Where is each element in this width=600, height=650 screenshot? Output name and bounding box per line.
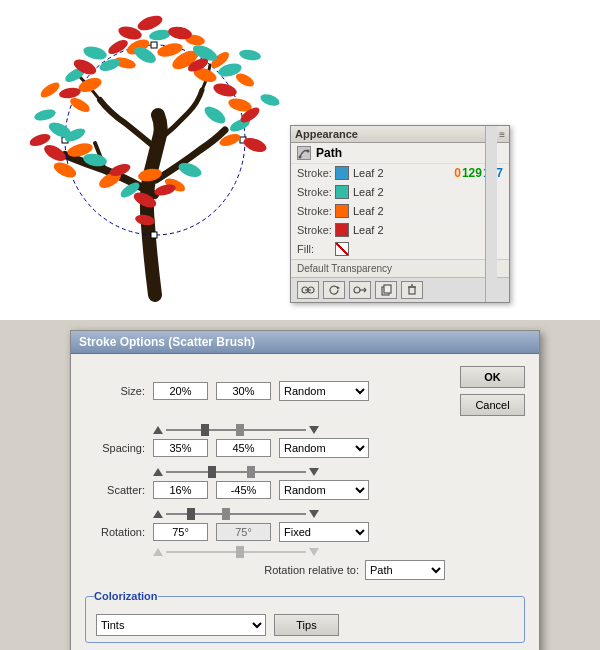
svg-marker-61 bbox=[337, 286, 340, 290]
dialog-title: Stroke Options (Scatter Brush) bbox=[79, 335, 255, 349]
toolbar-link-btn[interactable] bbox=[297, 281, 319, 299]
colorization-group: Colorization Tints Tints and Shades Hue … bbox=[85, 590, 525, 643]
spacing-input-2[interactable] bbox=[216, 439, 271, 457]
tips-button[interactable]: Tips bbox=[274, 614, 339, 636]
stroke-num-0: 0 bbox=[454, 166, 461, 180]
svg-point-26 bbox=[202, 103, 229, 127]
scatter-input-1[interactable] bbox=[153, 481, 208, 499]
scatter-slider-thumb-left[interactable] bbox=[187, 508, 195, 520]
svg-rect-67 bbox=[384, 285, 391, 293]
rotation-slider-container bbox=[153, 548, 525, 556]
toolbar-effect-btn[interactable] bbox=[349, 281, 371, 299]
rotation-slider-left-arrow bbox=[153, 548, 163, 556]
fill-label: Fill: bbox=[297, 243, 335, 255]
spacing-slider-thumb-left[interactable] bbox=[208, 466, 216, 478]
scatter-slider-container bbox=[153, 510, 525, 518]
path-header: Path bbox=[291, 143, 509, 164]
stroke-row-2: Stroke: Leaf 2 bbox=[291, 183, 509, 202]
stroke-num-1: 129 bbox=[462, 166, 482, 180]
stroke-swatch-2[interactable] bbox=[335, 185, 349, 199]
rotation-slider-thumb[interactable] bbox=[236, 546, 244, 558]
stroke-label-2: Stroke: bbox=[297, 186, 335, 198]
fill-row: Fill: bbox=[291, 240, 509, 259]
size-row: Size: Random Fixed Pressure OK Cancel bbox=[85, 366, 525, 416]
rotation-dropdown[interactable]: Fixed Random Pressure bbox=[279, 522, 369, 542]
stroke-options-dialog: Stroke Options (Scatter Brush) Size: Ran… bbox=[70, 330, 540, 650]
scatter-slider-thumb-right[interactable] bbox=[222, 508, 230, 520]
stroke-name-4[interactable]: Leaf 2 bbox=[353, 224, 503, 236]
size-slider-thumb-left[interactable] bbox=[201, 424, 209, 436]
spacing-row: Spacing: Random Fixed bbox=[85, 438, 525, 458]
spacing-slider-left-arrow bbox=[153, 468, 163, 476]
svg-point-19 bbox=[234, 71, 256, 90]
rotation-row: Rotation: Fixed Random Pressure bbox=[85, 522, 525, 542]
svg-point-28 bbox=[259, 92, 281, 108]
rotation-slider-right-arrow bbox=[309, 548, 319, 556]
scatter-row: Scatter: Random Fixed bbox=[85, 480, 525, 500]
rotation-input-1[interactable] bbox=[153, 523, 208, 541]
stroke-row-3: Stroke: Leaf 2 bbox=[291, 202, 509, 221]
svg-rect-3 bbox=[151, 42, 157, 48]
svg-point-16 bbox=[38, 80, 62, 101]
path-icon bbox=[297, 146, 311, 160]
svg-point-49 bbox=[212, 81, 238, 99]
size-label: Size: bbox=[85, 385, 145, 397]
stroke-name-1[interactable]: Leaf 2 bbox=[353, 167, 452, 179]
toolbar-delete-btn[interactable] bbox=[401, 281, 423, 299]
size-slider-left-arrow bbox=[153, 426, 163, 434]
size-slider-thumb-right[interactable] bbox=[236, 424, 244, 436]
scatter-label: Scatter: bbox=[85, 484, 145, 496]
rotation-input-2 bbox=[216, 523, 271, 541]
fill-swatch[interactable] bbox=[335, 242, 349, 256]
appearance-titlebar: Appearance × ≡ bbox=[291, 126, 509, 143]
default-transparency: Default Transparency bbox=[291, 259, 509, 277]
size-input-1[interactable] bbox=[153, 382, 208, 400]
stroke-row-1: Stroke: Leaf 2 0 129 177 bbox=[291, 164, 509, 183]
size-slider-track[interactable] bbox=[166, 429, 306, 431]
colorization-dropdown[interactable]: Tints Tints and Shades Hue Shift None bbox=[96, 614, 266, 636]
cancel-button[interactable]: Cancel bbox=[460, 394, 525, 416]
toolbar-refresh-btn[interactable] bbox=[323, 281, 345, 299]
spacing-slider-thumb-right[interactable] bbox=[247, 466, 255, 478]
rotation-relative-dropdown[interactable]: Path Page bbox=[365, 560, 445, 580]
rotation-relative-label: Rotation relative to: bbox=[264, 564, 359, 576]
rotation-slider-track[interactable] bbox=[166, 551, 306, 553]
dialog-titlebar: Stroke Options (Scatter Brush) bbox=[71, 331, 539, 354]
rotation-relative-row: Rotation relative to: Path Page bbox=[85, 560, 525, 580]
spacing-label: Spacing: bbox=[85, 442, 145, 454]
ok-button[interactable]: OK bbox=[460, 366, 525, 388]
toolbar-copy-btn[interactable] bbox=[375, 281, 397, 299]
appearance-panel: Appearance × ≡ Path Stroke: Leaf 2 0 129… bbox=[290, 125, 510, 303]
stroke-label-1: Stroke: bbox=[297, 167, 335, 179]
stroke-swatch-3[interactable] bbox=[335, 204, 349, 218]
stroke-swatch-1[interactable] bbox=[335, 166, 349, 180]
appearance-title: Appearance bbox=[295, 128, 358, 140]
colorization-row: Tints Tints and Shades Hue Shift None Ti… bbox=[96, 614, 514, 636]
stroke-name-2[interactable]: Leaf 2 bbox=[353, 186, 503, 198]
size-input-2[interactable] bbox=[216, 382, 271, 400]
stroke-swatch-4[interactable] bbox=[335, 223, 349, 237]
rotation-label: Rotation: bbox=[85, 526, 145, 538]
scatter-dropdown[interactable]: Random Fixed bbox=[279, 480, 369, 500]
size-dropdown[interactable]: Random Fixed Pressure bbox=[279, 381, 369, 401]
svg-point-32 bbox=[82, 44, 108, 62]
ok-cancel-buttons: OK Cancel bbox=[460, 366, 525, 416]
scatter-slider-track[interactable] bbox=[166, 513, 306, 515]
size-slider-container bbox=[153, 426, 525, 434]
svg-point-56 bbox=[299, 156, 302, 159]
stroke-label-3: Stroke: bbox=[297, 205, 335, 217]
spacing-slider-container bbox=[153, 468, 525, 476]
scatter-slider-right-arrow bbox=[309, 510, 319, 518]
spacing-dropdown[interactable]: Random Fixed bbox=[279, 438, 369, 458]
spacing-slider-right-arrow bbox=[309, 468, 319, 476]
spacing-slider-track[interactable] bbox=[166, 471, 306, 473]
svg-point-29 bbox=[148, 28, 171, 42]
stroke-name-3[interactable]: Leaf 2 bbox=[353, 205, 503, 217]
appearance-menu-icon[interactable]: ≡ bbox=[499, 129, 505, 140]
svg-point-35 bbox=[33, 107, 57, 122]
path-label: Path bbox=[316, 146, 342, 160]
spacing-input-1[interactable] bbox=[153, 439, 208, 457]
svg-point-62 bbox=[354, 287, 360, 293]
size-slider-right-arrow bbox=[309, 426, 319, 434]
scatter-input-2[interactable] bbox=[216, 481, 271, 499]
